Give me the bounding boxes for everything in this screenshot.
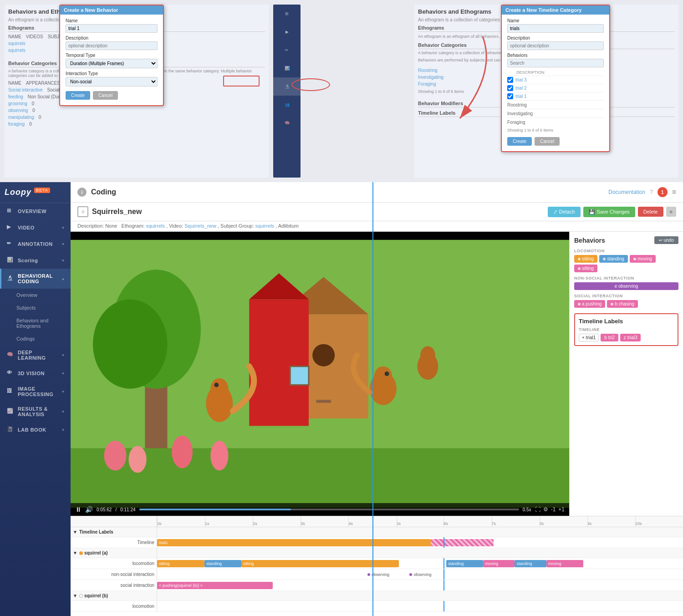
bg-ethogram-link2[interactable]: squirrels bbox=[8, 48, 25, 53]
r-desc-label: Description bbox=[507, 36, 604, 41]
behavior-tag-sitting1[interactable]: sitting bbox=[574, 255, 597, 263]
locomotion-row-content[interactable]: sitting standing sitting standing moving… bbox=[157, 558, 683, 569]
tl-tag-trial1[interactable]: + trial1 bbox=[579, 334, 599, 341]
bg-manipulating[interactable]: manipulating bbox=[8, 115, 34, 120]
notification-bell[interactable]: 1 bbox=[658, 187, 668, 197]
social-interaction-row: social interaction < pushing(squirrel (b… bbox=[71, 580, 683, 591]
tl-standing2[interactable]: standing bbox=[446, 560, 483, 567]
fullscreen-button[interactable]: ⛶ bbox=[535, 506, 540, 513]
settings-button[interactable]: ⚙ bbox=[543, 506, 548, 513]
behavior-tag-moving[interactable]: moving bbox=[630, 255, 656, 263]
behavior-tag-standing[interactable]: standing bbox=[599, 255, 628, 263]
dialog-cancel-btn[interactable]: Cancel bbox=[93, 91, 118, 100]
behavior-tag-chasing[interactable]: b chasing bbox=[607, 300, 638, 308]
sidebar-item-scoring[interactable]: 📊 Scoring ▼ bbox=[0, 252, 71, 269]
sidebar-item-video[interactable]: ▶ VIDEO ▼ bbox=[0, 219, 71, 236]
bg-r-foraging[interactable]: Foraging bbox=[418, 81, 436, 87]
r-search-input[interactable] bbox=[507, 59, 604, 67]
help-link[interactable]: ? bbox=[650, 189, 653, 195]
menu-icon[interactable]: ≡ bbox=[672, 188, 676, 196]
tl-standing3[interactable]: standing bbox=[515, 560, 546, 567]
r-cancel-btn[interactable]: Cancel bbox=[535, 137, 560, 146]
video-link[interactable]: Squirrels_new bbox=[184, 223, 216, 229]
r-trial3-check[interactable] bbox=[507, 77, 513, 83]
r-create-btn[interactable]: Create bbox=[507, 137, 532, 146]
svg-point-16 bbox=[210, 441, 228, 470]
behavior-tag-sitting2[interactable]: sitting bbox=[574, 265, 597, 272]
sidebar-sub-behaviors-ethograms[interactable]: Behaviors and Ethograms bbox=[0, 314, 71, 332]
tl-sitting1[interactable]: sitting bbox=[157, 560, 204, 567]
video-svg bbox=[71, 232, 569, 516]
sidebar-item-deep-learning[interactable]: 🧠 DEEP LEARNING ▼ bbox=[0, 345, 71, 365]
social-interaction-content[interactable]: < pushing(squirrel (b)) > bbox=[157, 580, 683, 591]
delete-button[interactable]: Delete bbox=[638, 207, 663, 217]
bg-social-interactive[interactable]: Social interactive bbox=[8, 87, 43, 92]
sidebar-sub-overview[interactable]: Overview bbox=[0, 289, 71, 301]
non-social-row-content[interactable]: observing observing bbox=[157, 569, 683, 580]
video-progress-bar[interactable] bbox=[139, 509, 519, 510]
sidebar-item-3d-vision[interactable]: 👁 3D VISION ▼ bbox=[0, 365, 71, 382]
squirrel-a-expand[interactable]: ▼ bbox=[73, 550, 77, 555]
subject-group-link[interactable]: squirrels bbox=[255, 223, 275, 229]
sidebar-item-annotation[interactable]: ✏ ANNOTATION ▼ bbox=[0, 236, 71, 252]
tl-expand-icon[interactable]: ▼ bbox=[73, 529, 77, 535]
tl-tag-trial3[interactable]: z trial3 bbox=[620, 334, 641, 341]
step-forward-button[interactable]: +1 bbox=[558, 506, 565, 513]
sidebar-item-results[interactable]: 📈 RESULTS & ANALYSIS ▼ bbox=[0, 402, 71, 422]
temporal-select[interactable]: Duration (Multiple Frames) bbox=[66, 59, 158, 68]
interaction-select[interactable]: Non-social bbox=[66, 77, 158, 87]
play-pause-button[interactable]: ⏸ bbox=[75, 506, 82, 513]
undo-button[interactable]: ↩ undo bbox=[654, 236, 678, 244]
sidebar-sub-codings[interactable]: Codings bbox=[0, 332, 71, 345]
video-container: ⏸ 🔊 0:05:62 / 0:11:24 0.5x ⛶ ⚙ -1 bbox=[71, 232, 569, 516]
bg-r-roostring[interactable]: Roostring bbox=[418, 68, 438, 73]
desc-input[interactable] bbox=[66, 41, 158, 50]
video-speed[interactable]: 0.5x bbox=[523, 507, 531, 512]
bg-sidebar-item7: 🧠 bbox=[273, 114, 301, 132]
timeline-content[interactable]: trial1 bbox=[157, 537, 683, 548]
svg-point-6 bbox=[312, 344, 335, 367]
bg-r-investigating[interactable]: Investigating bbox=[418, 75, 443, 80]
header-info-icon[interactable]: i bbox=[77, 188, 87, 197]
tl-moving1[interactable]: moving bbox=[483, 560, 515, 567]
r-desc-input[interactable] bbox=[507, 41, 604, 50]
behavioral-coding-arrow: ▲ bbox=[61, 277, 65, 281]
save-changes-button[interactable]: 💾 Save Changes bbox=[583, 207, 635, 217]
tl-tag-tri2[interactable]: b tri2 bbox=[601, 334, 618, 341]
sidebar-item-image-processing[interactable]: 🖼 IMAGE PROCESSING ▼ bbox=[0, 382, 71, 402]
detach-button[interactable]: ⤤ Detach bbox=[548, 207, 581, 217]
tl-block-trial1[interactable]: trial1 bbox=[157, 539, 431, 546]
adlibitum: Adlibitum bbox=[278, 223, 299, 229]
tl-standing1[interactable]: standing bbox=[204, 560, 241, 567]
behavior-tag-pushing[interactable]: a pushing bbox=[574, 300, 605, 308]
tl-block-tri2[interactable] bbox=[431, 539, 494, 546]
ethogram-link[interactable]: squirrels bbox=[146, 223, 165, 229]
bg-foraging[interactable]: foraging bbox=[8, 122, 25, 127]
bg-feeding[interactable]: feeding bbox=[8, 94, 23, 99]
volume-button[interactable]: 🔊 bbox=[85, 506, 93, 513]
squirrel-b-expand[interactable]: ▼ bbox=[73, 593, 77, 598]
detach-icon: ⤤ bbox=[553, 209, 557, 215]
sidebar-item-behavioral-coding[interactable]: 🔬 BEHAVIORAL CODING ▲ bbox=[0, 269, 71, 289]
tl-sitting2[interactable]: sitting bbox=[241, 560, 399, 567]
squirrel-b-locomotion-content[interactable] bbox=[157, 601, 683, 611]
bg-ethogram-link[interactable]: squirrels bbox=[8, 41, 25, 46]
behavior-tag-observing[interactable]: e observing bbox=[574, 282, 678, 290]
sidebar-item-lab-book[interactable]: 📓 LAB BOOK ▼ bbox=[0, 422, 71, 438]
r-trial1-check[interactable] bbox=[507, 93, 513, 99]
sidebar-item-overview[interactable]: ⊞ OVERVIEW bbox=[0, 203, 71, 219]
more-button[interactable]: ≡ bbox=[666, 207, 676, 217]
r-name-input[interactable] bbox=[507, 24, 604, 33]
name-input[interactable] bbox=[66, 24, 158, 33]
bg-grooming[interactable]: grooming bbox=[8, 101, 27, 106]
coding-actions: ⤤ Detach 💾 Save Changes Delete ≡ bbox=[548, 207, 676, 217]
documentation-link[interactable]: Documentation bbox=[608, 189, 645, 195]
locomotion-label: LOCOMOTION bbox=[574, 249, 678, 253]
tl-pushing[interactable]: < pushing(squirrel (b)) > bbox=[157, 582, 273, 589]
step-back-button[interactable]: -1 bbox=[551, 506, 556, 513]
r-trial2-check[interactable] bbox=[507, 85, 513, 91]
dialog-create-btn[interactable]: Create bbox=[66, 91, 90, 100]
sidebar-sub-subjects[interactable]: Subjects bbox=[0, 301, 71, 314]
bg-observing[interactable]: observing bbox=[8, 108, 28, 113]
tl-moving2[interactable]: moving bbox=[546, 560, 583, 567]
